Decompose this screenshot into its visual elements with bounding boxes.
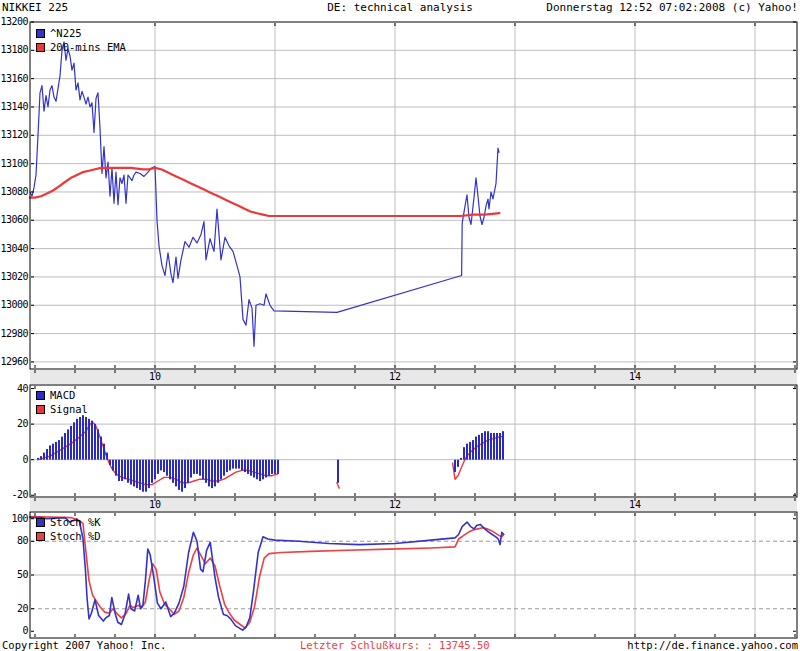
chart-canvas bbox=[0, 0, 800, 651]
price-legend: ^N225 200-mins EMA bbox=[36, 26, 126, 54]
y-axis-label: 0 bbox=[0, 455, 28, 465]
y-axis-label: 13100 bbox=[0, 159, 28, 169]
signal-legend-label: Signal bbox=[50, 403, 88, 415]
y-axis-label: 13200 bbox=[0, 17, 28, 27]
stoch-k-legend-swatch bbox=[36, 518, 45, 527]
time-axis-label: 12 bbox=[389, 371, 401, 383]
y-axis-label: 13120 bbox=[0, 130, 28, 140]
y-axis-label: 13160 bbox=[0, 74, 28, 84]
legend-item: Signal bbox=[36, 402, 88, 416]
time-axis-label: 14 bbox=[629, 371, 641, 383]
time-axis-strip bbox=[30, 370, 797, 384]
macd-legend-label: MACD bbox=[50, 389, 75, 401]
y-axis-label: 50 bbox=[0, 570, 28, 580]
n225-legend-label: ^N225 bbox=[50, 27, 82, 39]
stochastic-stochd-line bbox=[30, 517, 504, 628]
signal-legend-swatch bbox=[36, 405, 45, 414]
stoch-k-legend-label: Stoch %K bbox=[50, 516, 101, 528]
y-axis-label: 13180 bbox=[0, 45, 28, 55]
macd-legend: MACD Signal bbox=[36, 388, 88, 416]
time-axis-label: 10 bbox=[149, 499, 161, 511]
ema-legend-swatch bbox=[36, 43, 45, 52]
legend-item: Stoch %D bbox=[36, 529, 101, 543]
panel-border bbox=[30, 22, 797, 369]
y-axis-label: 13140 bbox=[0, 102, 28, 112]
legend-item: Stoch %K bbox=[36, 515, 101, 529]
n225-legend-swatch bbox=[36, 29, 45, 38]
stochastic-stochk-line bbox=[30, 518, 504, 631]
y-axis-label: 13080 bbox=[0, 187, 28, 197]
y-axis-label: 100 bbox=[0, 514, 28, 524]
ema-legend-label: 200-mins EMA bbox=[50, 41, 126, 53]
y-axis-label: 13060 bbox=[0, 215, 28, 225]
price-n225-line bbox=[30, 42, 499, 347]
time-axis-label: 12 bbox=[389, 499, 401, 511]
signal-line bbox=[337, 483, 339, 488]
source-url-text: http://de.finance.yahoo.com bbox=[627, 639, 798, 651]
y-axis-label: 13020 bbox=[0, 272, 28, 282]
technical-analysis-chart: NIKKEI 225 DE: technical analysis Donner… bbox=[0, 0, 800, 651]
y-axis-label: 20 bbox=[0, 604, 28, 614]
y-axis-label: 20 bbox=[0, 419, 28, 429]
y-axis-label: -20 bbox=[0, 490, 28, 500]
stochastic-legend: Stoch %K Stoch %D bbox=[36, 515, 101, 543]
y-axis-label: 40 bbox=[0, 384, 28, 394]
last-close-text: Letzter Schlußkurs: : 13745.50 bbox=[300, 639, 490, 651]
legend-item: 200-mins EMA bbox=[36, 40, 126, 54]
y-axis-label: 0 bbox=[0, 626, 28, 636]
stoch-d-legend-swatch bbox=[36, 532, 45, 541]
macd-legend-swatch bbox=[36, 391, 45, 400]
y-axis-label: 13000 bbox=[0, 300, 28, 310]
y-axis-label: 13040 bbox=[0, 244, 28, 254]
y-axis-label: 12960 bbox=[0, 357, 28, 367]
time-axis-label: 10 bbox=[149, 371, 161, 383]
time-axis-strip bbox=[30, 498, 797, 511]
macd-histogram bbox=[37, 415, 504, 492]
time-axis-label: 14 bbox=[629, 499, 641, 511]
legend-item: MACD bbox=[36, 388, 88, 402]
y-axis-label: 80 bbox=[0, 536, 28, 546]
y-axis-label: 12980 bbox=[0, 329, 28, 339]
copyright-text: Copyright 2007 Yahoo! Inc. bbox=[2, 639, 166, 651]
legend-item: ^N225 bbox=[36, 26, 126, 40]
stoch-d-legend-label: Stoch %D bbox=[50, 530, 101, 542]
